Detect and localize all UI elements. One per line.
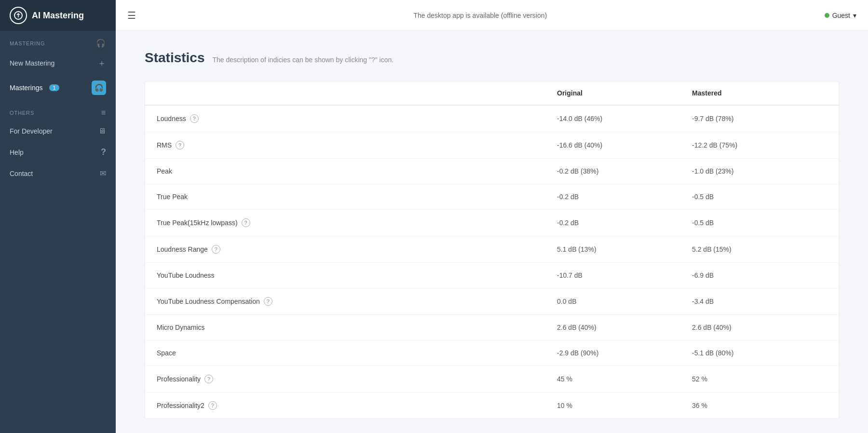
help-icon[interactable]: ? xyxy=(190,114,199,123)
mastered-value: -5.1 dB (80%) xyxy=(692,349,827,357)
original-value: -10.7 dB xyxy=(557,271,692,279)
original-value: -14.0 dB (46%) xyxy=(557,115,692,122)
table-row: RMS ? -16.6 dB (40%) -12.2 dB (75%) xyxy=(145,132,839,159)
help-label: Help xyxy=(10,149,24,156)
sidebar-logo: AI Mastering xyxy=(0,0,116,31)
mastered-value: -12.2 dB (75%) xyxy=(692,141,827,149)
others-section-label: OTHERS ≡ xyxy=(0,101,116,121)
original-value: -2.9 dB (90%) xyxy=(557,349,692,357)
help-icon[interactable]: ? xyxy=(242,218,250,227)
headphones-icon: 🎧 xyxy=(96,39,106,48)
metric-name: Loudness ? xyxy=(157,114,557,123)
monitor-icon: 🖥 xyxy=(98,127,106,135)
original-value: 5.1 dB (13%) xyxy=(557,245,692,253)
table-row: Space -2.9 dB (90%) -5.1 dB (80%) xyxy=(145,340,839,366)
original-value: -0.2 dB xyxy=(557,219,692,227)
metric-name: Micro Dynamics xyxy=(157,324,557,331)
page-content: Statistics The description of indicies c… xyxy=(116,31,868,433)
metric-name: Peak xyxy=(157,167,557,175)
metric-name: True Peak(15kHz lowpass) ? xyxy=(157,218,557,227)
sidebar: AI Mastering MASTERING 🎧 New Mastering ＋… xyxy=(0,0,116,433)
table-row: Professionality ? 45 % 52 % xyxy=(145,366,839,392)
col-original-header: Original xyxy=(557,89,692,97)
user-label: Guest xyxy=(832,12,850,19)
metric-name: RMS ? xyxy=(157,141,557,149)
mastered-value: 2.6 dB (40%) xyxy=(692,324,827,331)
user-menu[interactable]: Guest ▾ xyxy=(825,12,856,19)
table-row: YouTube Loudness Compensation ? 0.0 dB -… xyxy=(145,288,839,315)
table-row: True Peak(15kHz lowpass) ? -0.2 dB -0.5 … xyxy=(145,210,839,236)
help-icon[interactable]: ? xyxy=(264,297,272,306)
headphones-active-icon: 🎧 xyxy=(92,81,106,95)
app-title: AI Mastering xyxy=(32,11,84,21)
table-row: True Peak -0.2 dB -0.5 dB xyxy=(145,184,839,210)
mastered-value: -1.0 dB (23%) xyxy=(692,167,827,175)
table-row: Professionality2 ? 10 % 36 % xyxy=(145,392,839,419)
statistics-table: Original Mastered Loudness ? -14.0 dB (4… xyxy=(145,81,839,419)
mastered-value: -6.9 dB xyxy=(692,271,827,279)
help-icon[interactable]: ? xyxy=(212,245,220,254)
logo-icon xyxy=(10,7,27,24)
mail-icon: ✉ xyxy=(100,169,106,178)
original-value: -0.2 dB xyxy=(557,193,692,201)
help-icon[interactable]: ? xyxy=(176,141,184,149)
original-value: 10 % xyxy=(557,402,692,409)
mastered-value: -9.7 dB (78%) xyxy=(692,115,827,122)
metric-name: True Peak xyxy=(157,193,557,201)
col-metric-label xyxy=(157,89,557,97)
masterings-count: 1 xyxy=(49,84,59,91)
question-icon: ? xyxy=(101,147,106,157)
original-value: -16.6 dB (40%) xyxy=(557,141,692,149)
original-value: 2.6 dB (40%) xyxy=(557,324,692,331)
metric-name: Professionality2 ? xyxy=(157,401,557,410)
sidebar-item-new-mastering[interactable]: New Mastering ＋ xyxy=(0,52,116,75)
mastered-value: -0.5 dB xyxy=(692,219,827,227)
table-row: YouTube Loudness -10.7 dB -6.9 dB xyxy=(145,263,839,288)
help-icon[interactable]: ? xyxy=(208,401,217,410)
metric-name: YouTube Loudness Compensation ? xyxy=(157,297,557,306)
chevron-down-icon: ▾ xyxy=(853,12,856,19)
mastered-value: 5.2 dB (15%) xyxy=(692,245,827,253)
main-area: ☰ The desktop app is available (offline … xyxy=(116,0,868,433)
help-icon[interactable]: ? xyxy=(204,375,213,383)
table-row: Micro Dynamics 2.6 dB (40%) 2.6 dB (40%) xyxy=(145,315,839,340)
page-title: Statistics xyxy=(145,50,205,66)
sidebar-item-help[interactable]: Help ? xyxy=(0,141,116,163)
menu-icon: ≡ xyxy=(101,108,106,117)
metric-name: Professionality ? xyxy=(157,375,557,383)
user-online-dot xyxy=(825,13,829,18)
metric-name: YouTube Loudness xyxy=(157,271,557,279)
metric-name: Space xyxy=(157,349,557,357)
sidebar-item-for-developer[interactable]: For Developer 🖥 xyxy=(0,121,116,141)
mastering-section-label: MASTERING 🎧 xyxy=(0,31,116,52)
hamburger-menu-icon[interactable]: ☰ xyxy=(127,10,136,21)
page-header: Statistics The description of indicies c… xyxy=(145,50,839,66)
mastered-value: 36 % xyxy=(692,402,827,409)
original-value: 45 % xyxy=(557,375,692,383)
sidebar-item-contact[interactable]: Contact ✉ xyxy=(0,163,116,184)
page-subtitle: The description of indicies can be shown… xyxy=(213,56,394,64)
original-value: -0.2 dB (38%) xyxy=(557,167,692,175)
add-icon: ＋ xyxy=(97,57,106,69)
masterings-label: Masterings xyxy=(10,84,42,92)
table-row: Loudness ? -14.0 dB (46%) -9.7 dB (78%) xyxy=(145,106,839,132)
new-mastering-label: New Mastering xyxy=(10,59,54,67)
for-developer-label: For Developer xyxy=(10,127,53,135)
topbar: ☰ The desktop app is available (offline … xyxy=(116,0,868,31)
contact-label: Contact xyxy=(10,170,33,177)
mastered-value: -0.5 dB xyxy=(692,193,827,201)
original-value: 0.0 dB xyxy=(557,298,692,305)
metric-name: Loudness Range ? xyxy=(157,245,557,254)
table-body: Loudness ? -14.0 dB (46%) -9.7 dB (78%) … xyxy=(145,106,839,419)
desktop-app-notice: The desktop app is available (offline ve… xyxy=(413,12,547,19)
mastered-value: -3.4 dB xyxy=(692,298,827,305)
table-row: Peak -0.2 dB (38%) -1.0 dB (23%) xyxy=(145,159,839,184)
mastered-value: 52 % xyxy=(692,375,827,383)
sidebar-item-masterings[interactable]: Masterings 1 🎧 xyxy=(0,75,116,101)
table-header: Original Mastered xyxy=(145,81,839,106)
table-row: Loudness Range ? 5.1 dB (13%) 5.2 dB (15… xyxy=(145,236,839,263)
col-mastered-header: Mastered xyxy=(692,89,827,97)
